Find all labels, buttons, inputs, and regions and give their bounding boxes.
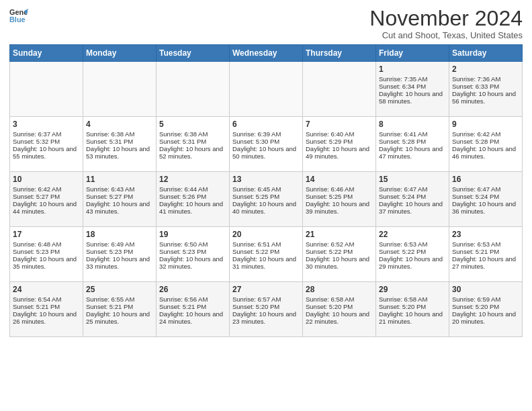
day-info: Sunset: 5:23 PM bbox=[159, 248, 226, 255]
calendar-cell: 3Sunrise: 6:37 AMSunset: 5:32 PMDaylight… bbox=[10, 117, 83, 172]
day-number: 9 bbox=[452, 120, 519, 129]
calendar-cell: 4Sunrise: 6:38 AMSunset: 5:31 PMDaylight… bbox=[83, 117, 157, 172]
day-info: Daylight: 10 hours and 53 minutes. bbox=[86, 145, 153, 160]
day-info: Sunrise: 7:35 AM bbox=[379, 75, 446, 83]
day-info: Sunset: 5:31 PM bbox=[159, 138, 226, 145]
day-info: Sunrise: 6:49 AM bbox=[86, 240, 153, 248]
calendar-cell: 12Sunrise: 6:44 AMSunset: 5:26 PMDayligh… bbox=[157, 172, 230, 227]
header-tuesday: Tuesday bbox=[157, 45, 230, 62]
day-number: 18 bbox=[86, 230, 153, 239]
calendar-cell: 7Sunrise: 6:40 AMSunset: 5:29 PMDaylight… bbox=[303, 117, 376, 172]
day-info: Sunset: 5:31 PM bbox=[86, 138, 153, 145]
day-info: Sunrise: 6:56 AM bbox=[159, 295, 226, 303]
calendar-cell: 17Sunrise: 6:48 AMSunset: 5:23 PMDayligh… bbox=[10, 227, 83, 282]
day-number: 22 bbox=[379, 230, 446, 239]
day-info: Daylight: 10 hours and 39 minutes. bbox=[306, 200, 373, 215]
day-info: Daylight: 10 hours and 52 minutes. bbox=[159, 145, 226, 160]
day-info: Daylight: 10 hours and 21 minutes. bbox=[379, 310, 446, 325]
day-number: 7 bbox=[306, 120, 373, 129]
day-number: 1 bbox=[379, 64, 446, 74]
day-info: Sunset: 5:22 PM bbox=[379, 248, 446, 255]
day-info: Sunrise: 6:42 AM bbox=[13, 185, 80, 193]
calendar-cell: 2Sunrise: 7:36 AMSunset: 6:33 PMDaylight… bbox=[449, 62, 523, 117]
calendar-cell: 13Sunrise: 6:45 AMSunset: 5:25 PMDayligh… bbox=[230, 172, 303, 227]
day-info: Daylight: 10 hours and 44 minutes. bbox=[13, 200, 80, 215]
day-info: Sunset: 6:34 PM bbox=[379, 83, 446, 90]
day-info: Sunrise: 6:58 AM bbox=[306, 295, 373, 303]
header-monday: Monday bbox=[83, 45, 157, 62]
day-number: 19 bbox=[159, 230, 226, 239]
calendar-cell: 14Sunrise: 6:46 AMSunset: 5:25 PMDayligh… bbox=[303, 172, 376, 227]
day-info: Daylight: 10 hours and 31 minutes. bbox=[232, 255, 300, 270]
day-info: Daylight: 10 hours and 32 minutes. bbox=[159, 255, 226, 270]
day-info: Sunrise: 6:52 AM bbox=[306, 240, 373, 248]
day-number: 24 bbox=[13, 285, 80, 294]
day-number: 6 bbox=[232, 120, 300, 129]
day-info: Daylight: 10 hours and 56 minutes. bbox=[452, 90, 519, 105]
calendar-cell: 28Sunrise: 6:58 AMSunset: 5:20 PMDayligh… bbox=[303, 282, 376, 337]
day-info: Daylight: 10 hours and 55 minutes. bbox=[13, 145, 80, 160]
header-thursday: Thursday bbox=[303, 45, 376, 62]
day-info: Daylight: 10 hours and 43 minutes. bbox=[86, 200, 153, 215]
calendar-cell: 21Sunrise: 6:52 AMSunset: 5:22 PMDayligh… bbox=[303, 227, 376, 282]
day-number: 27 bbox=[232, 285, 300, 294]
day-info: Sunrise: 6:47 AM bbox=[379, 185, 446, 193]
day-info: Sunrise: 6:59 AM bbox=[452, 295, 519, 303]
calendar-cell: 24Sunrise: 6:54 AMSunset: 5:21 PMDayligh… bbox=[10, 282, 83, 337]
calendar-cell: 20Sunrise: 6:51 AMSunset: 5:22 PMDayligh… bbox=[230, 227, 303, 282]
day-info: Daylight: 10 hours and 50 minutes. bbox=[232, 145, 300, 160]
day-info: Sunset: 5:30 PM bbox=[232, 138, 300, 145]
day-info: Sunrise: 6:42 AM bbox=[452, 130, 519, 138]
day-number: 12 bbox=[159, 175, 226, 184]
page-container: General Blue November 2024 Cut and Shoot… bbox=[0, 0, 532, 342]
day-info: Daylight: 10 hours and 37 minutes. bbox=[379, 200, 446, 215]
calendar-cell: 29Sunrise: 6:58 AMSunset: 5:20 PMDayligh… bbox=[376, 282, 449, 337]
month-title: November 2024 bbox=[369, 7, 523, 30]
day-number: 14 bbox=[306, 175, 373, 184]
day-info: Daylight: 10 hours and 30 minutes. bbox=[306, 255, 373, 270]
day-info: Sunset: 5:28 PM bbox=[379, 138, 446, 145]
day-number: 25 bbox=[86, 285, 153, 294]
day-number: 29 bbox=[379, 285, 446, 294]
calendar-cell bbox=[83, 62, 157, 117]
calendar-cell: 25Sunrise: 6:55 AMSunset: 5:21 PMDayligh… bbox=[83, 282, 157, 337]
day-info: Daylight: 10 hours and 24 minutes. bbox=[159, 310, 226, 325]
day-info: Sunset: 5:21 PM bbox=[86, 303, 153, 310]
day-info: Daylight: 10 hours and 20 minutes. bbox=[452, 310, 519, 325]
calendar-cell: 16Sunrise: 6:47 AMSunset: 5:24 PMDayligh… bbox=[449, 172, 523, 227]
subtitle: Cut and Shoot, Texas, United States bbox=[369, 30, 523, 40]
day-info: Sunset: 5:21 PM bbox=[452, 248, 519, 255]
day-info: Daylight: 10 hours and 33 minutes. bbox=[86, 255, 153, 270]
day-info: Sunset: 5:28 PM bbox=[452, 138, 519, 145]
calendar-cell: 5Sunrise: 6:38 AMSunset: 5:31 PMDaylight… bbox=[157, 117, 230, 172]
day-info: Sunrise: 6:41 AM bbox=[379, 130, 446, 138]
day-info: Daylight: 10 hours and 35 minutes. bbox=[13, 255, 80, 270]
header-sunday: Sunday bbox=[10, 45, 83, 62]
day-number: 23 bbox=[452, 230, 519, 239]
day-info: Sunset: 5:22 PM bbox=[232, 248, 300, 255]
day-info: Sunrise: 6:38 AM bbox=[159, 130, 226, 138]
day-info: Sunset: 5:23 PM bbox=[13, 248, 80, 255]
day-number: 4 bbox=[86, 120, 153, 129]
day-info: Sunset: 5:20 PM bbox=[306, 303, 373, 310]
day-number: 10 bbox=[13, 175, 80, 184]
calendar-cell: 9Sunrise: 6:42 AMSunset: 5:28 PMDaylight… bbox=[449, 117, 523, 172]
header-saturday: Saturday bbox=[449, 45, 523, 62]
day-info: Sunset: 5:22 PM bbox=[306, 248, 373, 255]
day-number: 5 bbox=[159, 120, 226, 129]
calendar-cell: 6Sunrise: 6:39 AMSunset: 5:30 PMDaylight… bbox=[230, 117, 303, 172]
calendar-cell bbox=[230, 62, 303, 117]
header-row: Sunday Monday Tuesday Wednesday Thursday… bbox=[10, 45, 523, 62]
day-info: Daylight: 10 hours and 29 minutes. bbox=[379, 255, 446, 270]
day-info: Sunrise: 6:58 AM bbox=[379, 295, 446, 303]
day-info: Sunset: 5:29 PM bbox=[306, 138, 373, 145]
day-info: Daylight: 10 hours and 27 minutes. bbox=[452, 255, 519, 270]
day-number: 15 bbox=[379, 175, 446, 184]
day-info: Sunrise: 6:43 AM bbox=[86, 185, 153, 193]
day-info: Sunset: 5:23 PM bbox=[86, 248, 153, 255]
svg-text:Blue: Blue bbox=[9, 15, 26, 24]
header-friday: Friday bbox=[376, 45, 449, 62]
day-info: Sunset: 5:21 PM bbox=[13, 303, 80, 310]
logo: General Blue bbox=[9, 7, 28, 26]
day-number: 26 bbox=[159, 285, 226, 294]
